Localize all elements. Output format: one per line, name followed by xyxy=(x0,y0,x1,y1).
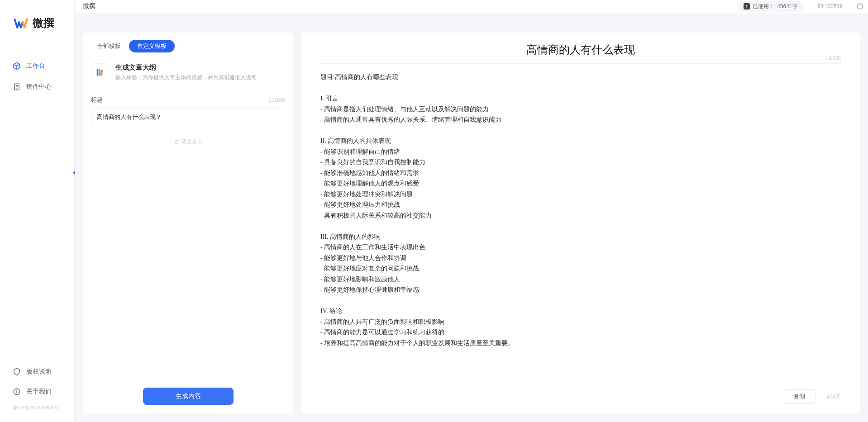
title-input[interactable] xyxy=(91,109,285,125)
sidebar: 微撰 工作台 稿件中心 版权说明 关于我们 鄂ICP xyxy=(0,0,75,422)
svg-rect-10 xyxy=(99,69,100,76)
header-title: 微撰 xyxy=(83,2,95,10)
sidebar-bottom: 版权说明 关于我们 鄂ICP备2022016946号 xyxy=(0,363,74,413)
nav-label: 稿件中心 xyxy=(26,83,52,91)
nav-workspace[interactable]: 工作台 xyxy=(0,57,74,75)
cube-icon xyxy=(13,62,21,70)
svg-rect-11 xyxy=(100,70,103,76)
output-content[interactable]: 题目:高情商的人有哪些表现 I. 引言 - 高情商是指人们处理情绪、与他人互动以… xyxy=(320,72,841,383)
input-panel: 全部模板 自定义模板 生成文章大纲 输入标题，为你提供文章主体的灵感，并为其创建… xyxy=(83,33,293,414)
output-footer: 复制 404字 xyxy=(320,389,841,404)
output-panel: 高情商的人有什么表现 10/100 题目:高情商的人有哪些表现 I. 引言 - … xyxy=(301,33,860,414)
tab-custom-templates[interactable]: 自定义模板 xyxy=(129,40,175,52)
copy-button[interactable]: 复制 xyxy=(783,389,816,404)
output-title-count: 10/100 xyxy=(825,55,841,61)
output-header: 高情商的人有什么表现 10/100 xyxy=(320,43,841,64)
usage-value: 45641字 xyxy=(777,3,797,10)
paste-icon xyxy=(174,139,179,145)
template-header: 生成文章大纲 输入标题，为你提供文章主体的灵感，并为其创建推文提纲 xyxy=(83,52,293,85)
document-icon xyxy=(13,83,21,91)
generate-button[interactable]: 生成内容 xyxy=(143,388,234,405)
output-word-count: 404字 xyxy=(826,393,841,401)
usage-badge[interactable]: T 已使用： 45641字 xyxy=(737,1,804,12)
info-icon xyxy=(13,388,21,396)
power-icon[interactable] xyxy=(856,3,863,10)
header-right: T 已使用： 45641字 ID:100519 xyxy=(737,1,863,12)
main-area: 全部模板 自定义模板 生成文章大纲 输入标题，为你提供文章主体的灵感，并为其创建… xyxy=(75,13,868,422)
bottom-label: 关于我们 xyxy=(26,388,52,396)
top-header: 微撰 T 已使用： 45641字 ID:100519 xyxy=(75,0,868,13)
tab-all-templates[interactable]: 全部模板 xyxy=(89,40,129,52)
books-icon xyxy=(91,63,109,81)
bottom-label: 版权说明 xyxy=(26,368,52,376)
usage-label: 已使用： xyxy=(753,3,774,10)
tip-row: 请空录入 xyxy=(91,138,285,146)
nav-label: 工作台 xyxy=(26,62,45,70)
svg-rect-9 xyxy=(97,69,99,76)
template-desc: 输入标题，为你提供文章主体的灵感，并为其创建推文提纲 xyxy=(115,74,257,81)
user-id: ID:100519 xyxy=(818,3,843,9)
title-label: 标题 xyxy=(91,96,103,104)
about-link[interactable]: 关于我们 xyxy=(0,383,74,400)
tip-text: 请空录入 xyxy=(181,138,203,146)
nav-drafts[interactable]: 稿件中心 xyxy=(0,78,74,95)
shield-icon xyxy=(13,368,21,376)
template-title: 生成文章大纲 xyxy=(115,63,257,72)
form-section: 标题 11/100 请空录入 xyxy=(83,85,293,156)
sidebar-collapse-button[interactable] xyxy=(71,170,77,176)
brand-name: 微撰 xyxy=(33,16,54,30)
text-t-icon: T xyxy=(744,3,750,9)
brand-logo: 微撰 xyxy=(0,0,74,44)
icp-number: 鄂ICP备2022016946号 xyxy=(0,403,74,413)
output-title: 高情商的人有什么表现 xyxy=(320,43,841,57)
template-info: 生成文章大纲 输入标题，为你提供文章主体的灵感，并为其创建推文提纲 xyxy=(115,63,257,81)
template-tabs: 全部模板 自定义模板 xyxy=(83,33,293,52)
brand-icon xyxy=(14,16,28,30)
title-char-count: 11/100 xyxy=(268,97,285,103)
nav-list: 工作台 稿件中心 xyxy=(0,44,74,113)
label-row: 标题 11/100 xyxy=(91,96,285,104)
svg-point-6 xyxy=(17,390,17,391)
copyright-link[interactable]: 版权说明 xyxy=(0,363,74,380)
